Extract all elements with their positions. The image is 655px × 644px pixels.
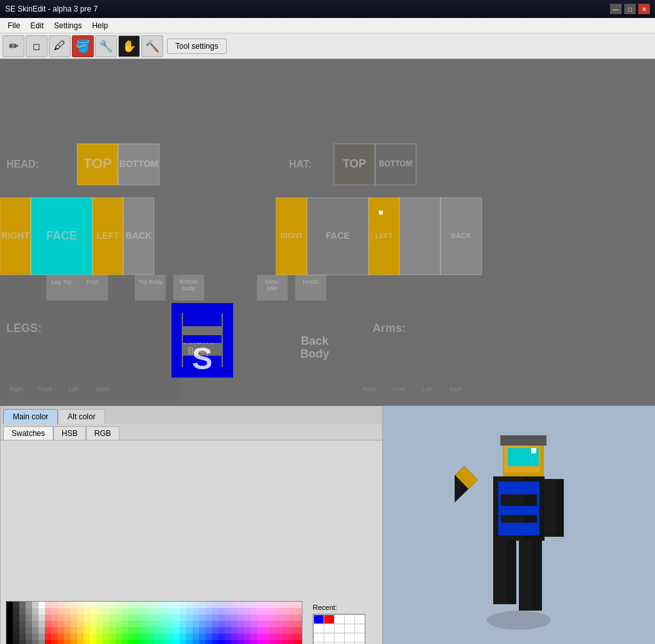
- tool-settings-button[interactable]: Tool settings: [167, 39, 227, 54]
- close-button[interactable]: ✕: [638, 4, 650, 14]
- menu-help[interactable]: Help: [87, 20, 113, 31]
- menu-file[interactable]: File: [3, 20, 25, 31]
- character-preview-canvas: [455, 421, 583, 645]
- eyedropper-tool-button[interactable]: 🖊: [49, 35, 71, 57]
- preview-canvas: [383, 406, 655, 644]
- hammer-tool-button[interactable]: 🔨: [141, 35, 163, 57]
- bottom-panel: Main color Alt color Swatches HSB RGB Re…: [0, 406, 655, 644]
- recent-colors-canvas[interactable]: [313, 614, 365, 644]
- titlebar: SE SkinEdit - alpha 3 pre 7 — □ ✕: [0, 0, 655, 18]
- hsb-tab[interactable]: HSB: [53, 426, 86, 440]
- alt-color-tab[interactable]: Alt color: [58, 409, 105, 424]
- menu-settings[interactable]: Settings: [49, 20, 87, 31]
- hand-tool-button[interactable]: ✋: [118, 35, 140, 57]
- skin-editor[interactable]: [0, 59, 655, 406]
- preview-panel: Take screenshot: [383, 406, 655, 644]
- maximize-button[interactable]: □: [624, 4, 636, 14]
- pencil-tool-button[interactable]: ✏: [3, 35, 24, 57]
- color-mode-tabs: Main color Alt color: [1, 406, 382, 424]
- fill-tool-button[interactable]: 🪣: [72, 35, 94, 57]
- recent-label: Recent:: [313, 604, 365, 611]
- eraser-tool-button[interactable]: ◻: [26, 35, 48, 57]
- palette-area: Recent:: [6, 601, 377, 644]
- minimize-button[interactable]: —: [610, 4, 622, 14]
- wrench-tool-button[interactable]: 🔧: [95, 35, 117, 57]
- main-color-tab[interactable]: Main color: [3, 409, 58, 424]
- recent-colors-section: Recent:: [313, 604, 365, 644]
- title-text: SE SkinEdit - alpha 3 pre 7: [5, 4, 98, 13]
- skin-canvas[interactable]: [0, 59, 655, 406]
- menubar: File Edit Settings Help: [0, 18, 655, 33]
- swatches-content: Recent:: [1, 440, 382, 644]
- color-type-tabs: Swatches HSB RGB: [1, 424, 382, 440]
- toolbar: ✏ ◻ 🖊 🪣 🔧 ✋ 🔨 Tool settings: [0, 33, 655, 59]
- color-panel: Main color Alt color Swatches HSB RGB Re…: [0, 406, 383, 644]
- color-palette-canvas[interactable]: [6, 601, 302, 644]
- menu-edit[interactable]: Edit: [25, 20, 49, 31]
- window-controls: — □ ✕: [610, 4, 650, 14]
- rgb-tab[interactable]: RGB: [86, 426, 119, 440]
- swatches-tab[interactable]: Swatches: [3, 426, 53, 440]
